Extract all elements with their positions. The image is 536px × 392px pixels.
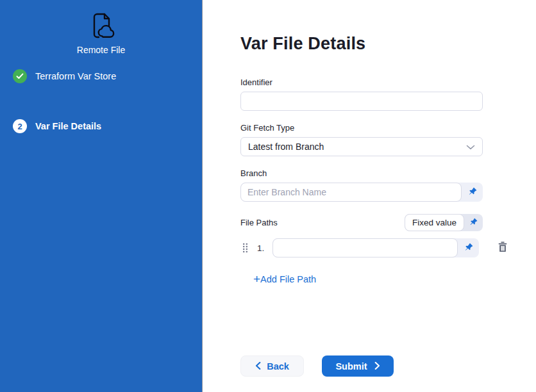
identifier-input[interactable]: [240, 92, 483, 111]
branch-runtime-pin-button[interactable]: [462, 183, 483, 202]
drag-handle-icon[interactable]: [242, 243, 248, 253]
git-fetch-type-select[interactable]: Latest from Branch: [240, 137, 483, 156]
page-title: Var File Details: [240, 33, 536, 54]
chevron-down-icon: [466, 142, 475, 152]
file-paths-multitype-button: Fixed value: [405, 214, 483, 231]
trash-icon: [498, 241, 508, 254]
chevron-left-icon: [255, 361, 261, 372]
step-number-badge: 2: [13, 119, 27, 133]
file-paths-header: File Paths Fixed value: [240, 214, 483, 231]
branch-input-wrap: [240, 183, 483, 202]
delete-file-path-button[interactable]: [498, 241, 508, 254]
chevron-right-icon: [374, 361, 380, 372]
pin-icon: [464, 243, 473, 254]
add-file-path-button[interactable]: + Add File Path: [253, 274, 316, 284]
back-button-label: Back: [267, 361, 289, 372]
file-path-input-wrap: [272, 238, 479, 257]
branch-input[interactable]: [240, 183, 462, 202]
file-path-row-index: 1.: [257, 243, 264, 253]
git-fetch-type-label: Git Fetch Type: [240, 123, 483, 133]
file-path-runtime-pin-button[interactable]: [458, 238, 479, 257]
identifier-field-group: Identifier: [240, 78, 483, 111]
wizard-header: Remote File: [0, 0, 202, 55]
git-fetch-type-field-group: Git Fetch Type Latest from Branch: [240, 123, 483, 156]
git-fetch-type-value: Latest from Branch: [248, 142, 324, 152]
var-file-details-panel: Var File Details Identifier Git Fetch Ty…: [203, 0, 536, 392]
step-terraform-var-store[interactable]: Terraform Var Store: [0, 69, 202, 83]
branch-label: Branch: [240, 168, 483, 178]
fixed-value-selector[interactable]: Fixed value: [405, 214, 464, 231]
add-file-path-label: Add File Path: [260, 274, 316, 284]
wizard-dialog: Remote File Terraform Var Store 2 Var Fi…: [0, 0, 536, 392]
pin-icon: [468, 187, 477, 198]
submit-button[interactable]: Submit: [322, 355, 394, 377]
branch-field-group: Branch: [240, 168, 483, 202]
file-path-input[interactable]: [272, 238, 458, 257]
file-path-row: 1.: [240, 238, 536, 257]
file-paths-runtime-pin-button[interactable]: [464, 214, 483, 231]
step-completed-check-icon: [13, 69, 27, 83]
step-label: Var File Details: [35, 121, 101, 131]
plus-icon: +: [253, 274, 260, 284]
file-paths-label: File Paths: [240, 218, 278, 227]
remote-file-cloud-icon: [0, 10, 202, 42]
wizard-sidebar: Remote File Terraform Var Store 2 Var Fi…: [0, 0, 203, 392]
step-label: Terraform Var Store: [35, 71, 116, 81]
step-var-file-details[interactable]: 2 Var File Details: [0, 119, 202, 133]
identifier-label: Identifier: [240, 78, 483, 87]
wizard-type-label: Remote File: [0, 45, 202, 55]
wizard-steps: Terraform Var Store 2 Var File Details: [0, 69, 202, 133]
pin-icon: [469, 218, 478, 228]
submit-button-label: Submit: [335, 361, 367, 372]
back-button[interactable]: Back: [240, 355, 304, 377]
wizard-footer: Back Submit: [240, 355, 536, 377]
